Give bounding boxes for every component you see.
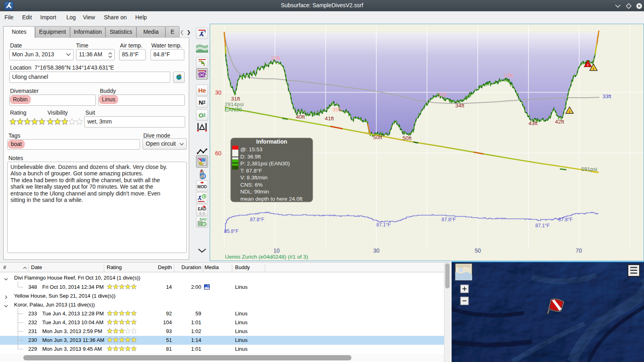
- svg-text:87:8°F: 87:8°F: [558, 217, 572, 222]
- svg-text:Information: Information: [256, 138, 287, 145]
- svg-text:31ft: 31ft: [438, 92, 447, 98]
- svg-text:30: 30: [215, 89, 221, 96]
- svg-text:41ft: 41ft: [325, 115, 334, 121]
- svg-text:P: 2,381psi (EAN30): P: 2,381psi (EAN30): [240, 160, 290, 167]
- svg-text:50: 50: [475, 247, 481, 254]
- svg-text:EAN30: EAN30: [225, 107, 242, 113]
- svg-text:50ft: 50ft: [402, 135, 412, 141]
- svg-text:10: 10: [273, 247, 280, 254]
- svg-text:!: !: [587, 63, 588, 67]
- svg-text:mean depth to here 24.0ft: mean depth to here 24.0ft: [240, 196, 303, 202]
- svg-text:EAD: EAD: [198, 207, 206, 211]
- svg-text:SAC: SAC: [199, 217, 207, 221]
- svg-text:Uemis Zurich (e04d0248) (#1 of: Uemis Zurich (e04d0248) (#1 of 3): [225, 254, 308, 260]
- svg-text:V: 8.3ft/min: V: 8.3ft/min: [240, 175, 268, 181]
- svg-text:31ft: 31ft: [231, 96, 240, 102]
- svg-text:87.8°F: 87.8°F: [250, 217, 264, 222]
- svg-text:34ft: 34ft: [455, 103, 464, 109]
- svg-text:T: 87.8°F: T: 87.8°F: [240, 168, 262, 174]
- svg-text:87.1°F: 87.1°F: [376, 222, 390, 228]
- svg-text:33ft: 33ft: [603, 93, 611, 99]
- svg-text:!: !: [569, 110, 570, 114]
- svg-text:15ft: 15ft: [271, 55, 280, 61]
- svg-text:42ft: 42ft: [555, 119, 564, 125]
- svg-text:CNS: 6%: CNS: 6%: [240, 182, 263, 188]
- svg-text:85.8°F: 85.8°F: [224, 228, 238, 234]
- svg-text:!: !: [593, 67, 594, 71]
- svg-text:30: 30: [373, 247, 380, 254]
- svg-text:591psi: 591psi: [581, 166, 597, 172]
- svg-text:87.8°F: 87.8°F: [442, 217, 456, 222]
- svg-text:87.1°F: 87.1°F: [535, 223, 549, 228]
- svg-text:MOD: MOD: [197, 185, 206, 189]
- svg-text:NDL: 99min: NDL: 99min: [240, 189, 269, 195]
- svg-text:50ft: 50ft: [373, 134, 382, 140]
- svg-text:35ft: 35ft: [332, 107, 342, 113]
- svg-text:D: 36.9ft: D: 36.9ft: [240, 154, 261, 160]
- svg-text:40ft: 40ft: [296, 114, 305, 120]
- svg-text:@: 15:53: @: 15:53: [240, 146, 262, 152]
- svg-text:43ft: 43ft: [528, 120, 538, 126]
- svg-text:60: 60: [215, 150, 221, 156]
- svg-text:23ft: 23ft: [504, 72, 513, 78]
- svg-text:70: 70: [576, 247, 582, 254]
- svg-text:(...): (...): [200, 211, 204, 215]
